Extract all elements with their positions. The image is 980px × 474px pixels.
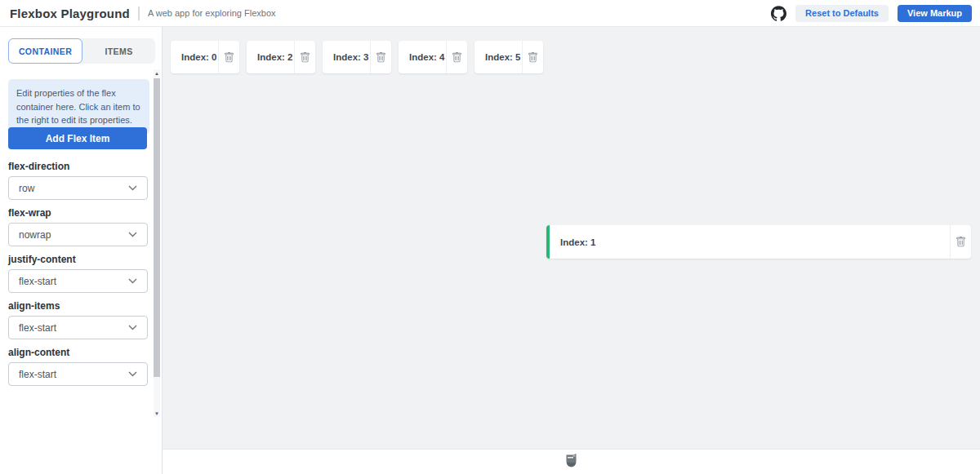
header-actions: Reset to Defaults View Markup (771, 5, 972, 22)
align-items-select[interactable]: flex-start (8, 316, 148, 339)
chevron-down-icon (128, 232, 137, 237)
align-content-value: flex-start (19, 369, 56, 380)
flex-item-2[interactable]: Index: 2 (247, 41, 315, 73)
flex-wrap-label: flex-wrap (8, 207, 51, 219)
align-items-label: align-items (8, 300, 60, 312)
app-header: Flexbox Playground A web app for explori… (0, 0, 980, 27)
sidebar: CONTAINER ITEMS Edit properties of the f… (0, 27, 163, 474)
flex-wrap-select[interactable]: nowrap (8, 223, 148, 246)
app-title: Flexbox Playground (10, 7, 130, 20)
app-subtitle: A web app for exploring Flexbox (148, 8, 276, 18)
flex-item-4[interactable]: Index: 4 (399, 41, 467, 73)
scroll-up-icon[interactable]: ▲ (154, 69, 160, 77)
tab-items[interactable]: ITEMS (82, 38, 155, 64)
scroll-down-icon[interactable]: ▼ (154, 410, 160, 417)
chevron-down-icon (128, 371, 137, 377)
page-footer (163, 450, 980, 474)
flex-item-label: Index: 1 (550, 225, 950, 259)
flex-item-1-selected[interactable]: Index: 1 (546, 225, 971, 259)
glitch-logo-icon[interactable] (565, 453, 577, 471)
flex-direction-label: flex-direction (8, 161, 69, 172)
chevron-down-icon (128, 185, 137, 191)
flex-direction-select[interactable]: row (8, 176, 148, 200)
flex-item-5[interactable]: Index: 5 (474, 41, 543, 73)
align-items-value: flex-start (19, 322, 56, 334)
add-flex-item-button[interactable]: Add Flex Item (8, 127, 147, 149)
info-box: Edit properties of the flex container he… (8, 79, 149, 135)
trash-icon[interactable] (950, 225, 971, 259)
view-markup-button[interactable]: View Markup (898, 5, 972, 22)
align-content-label: align-content (8, 347, 69, 358)
reset-defaults-button[interactable]: Reset to Defaults (795, 5, 889, 22)
flex-item-label: Index: 0 (171, 41, 218, 73)
chevron-down-icon (128, 278, 137, 284)
sidebar-tabs: CONTAINER ITEMS (8, 38, 155, 64)
flex-item-label: Index: 5 (474, 41, 522, 73)
trash-icon[interactable] (294, 41, 315, 73)
align-content-select[interactable]: flex-start (8, 362, 148, 386)
main-area: Index: 0 Index: 2 Index: 3 Index: 4 Inde (163, 27, 980, 474)
flex-item-label: Index: 4 (399, 41, 446, 73)
flex-container-canvas: Index: 0 Index: 2 Index: 3 Index: 4 Inde (163, 27, 980, 450)
scrollbar-thumb[interactable] (154, 78, 160, 377)
trash-icon[interactable] (522, 41, 543, 73)
flex-item-label: Index: 3 (323, 41, 370, 73)
flex-item-0[interactable]: Index: 0 (171, 41, 239, 73)
justify-content-label: justify-content (8, 254, 76, 265)
justify-content-value: flex-start (19, 276, 56, 287)
sidebar-scrollbar[interactable]: ▲ ▼ (154, 69, 160, 417)
trash-icon[interactable] (370, 41, 391, 73)
flex-wrap-value: nowrap (19, 229, 51, 241)
trash-icon[interactable] (446, 41, 467, 73)
flex-item-label: Index: 2 (247, 41, 294, 73)
trash-icon[interactable] (218, 41, 239, 73)
chevron-down-icon (128, 325, 137, 330)
tab-container[interactable]: CONTAINER (8, 38, 82, 64)
justify-content-select[interactable]: flex-start (8, 269, 148, 293)
flex-item-3[interactable]: Index: 3 (323, 41, 391, 73)
github-icon[interactable] (771, 6, 786, 21)
brand-divider (138, 7, 140, 20)
brand: Flexbox Playground A web app for explori… (10, 7, 276, 20)
flex-direction-value: row (19, 183, 34, 194)
